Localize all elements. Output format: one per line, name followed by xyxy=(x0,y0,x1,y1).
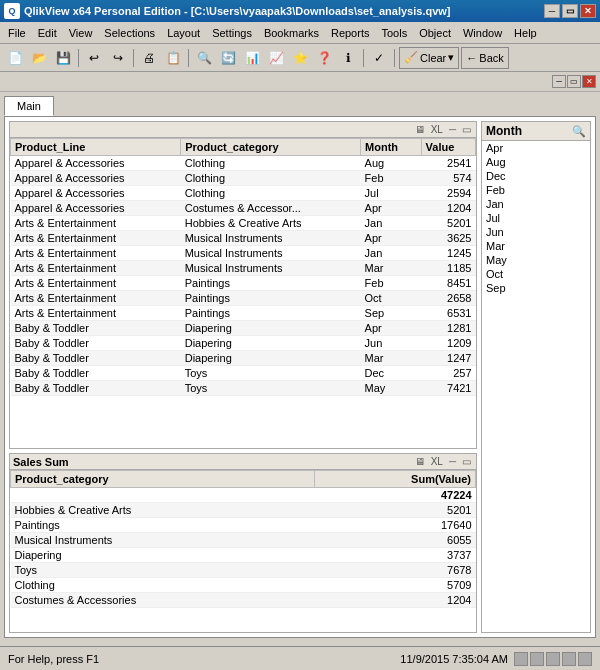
menu-reports[interactable]: Reports xyxy=(325,25,376,41)
table-maximize-icon[interactable]: ▭ xyxy=(460,123,473,136)
table-xl-label[interactable]: XL xyxy=(429,123,445,136)
sales-maximize-icon[interactable]: ▭ xyxy=(460,455,473,468)
restore-button[interactable]: ▭ xyxy=(562,4,578,18)
undo-button[interactable]: ↩ xyxy=(83,47,105,69)
table-cell: Diapering xyxy=(181,351,361,366)
seg5 xyxy=(578,652,592,666)
month-item[interactable]: Dec xyxy=(482,169,590,183)
table-cell: 1185 xyxy=(421,261,475,276)
table-cell: 1281 xyxy=(421,321,475,336)
sales-col-category[interactable]: Product_category xyxy=(11,471,315,488)
month-item[interactable]: Apr xyxy=(482,141,590,155)
table-row: Arts & EntertainmentHobbies & Creative A… xyxy=(11,216,476,231)
sales-col-sum[interactable]: Sum(Value) xyxy=(314,471,475,488)
sales-title: Sales Sum xyxy=(13,456,411,468)
sub-toolbar: ─ ▭ ✕ xyxy=(0,72,600,92)
month-item[interactable]: Jan xyxy=(482,197,590,211)
sales-table-cell: 3737 xyxy=(314,548,475,563)
info-button[interactable]: ℹ xyxy=(337,47,359,69)
clear-label: Clear xyxy=(420,52,446,64)
sep2 xyxy=(133,49,134,67)
sales-table-cell: Costumes & Accessories xyxy=(11,593,315,608)
table-row: Baby & ToddlerDiaperingJun1209 xyxy=(11,336,476,351)
menu-view[interactable]: View xyxy=(63,25,99,41)
month-item[interactable]: Mar xyxy=(482,239,590,253)
menu-settings[interactable]: Settings xyxy=(206,25,258,41)
save-button[interactable]: 💾 xyxy=(52,47,74,69)
month-search-icon[interactable]: 🔍 xyxy=(572,125,586,138)
table-cell: 3625 xyxy=(421,231,475,246)
col-month[interactable]: Month xyxy=(361,139,422,156)
bar-button[interactable]: 📈 xyxy=(265,47,287,69)
minimize-button[interactable]: ─ xyxy=(544,4,560,18)
table-cell: Paintings xyxy=(181,276,361,291)
total-label xyxy=(11,488,315,503)
table-cell: Baby & Toddler xyxy=(11,381,181,396)
search-button[interactable]: 🔍 xyxy=(193,47,215,69)
title-bar: Q QlikView x64 Personal Edition - [C:\Us… xyxy=(0,0,600,22)
menu-selections[interactable]: Selections xyxy=(98,25,161,41)
month-item[interactable]: Feb xyxy=(482,183,590,197)
inner-minimize-btn[interactable]: ─ xyxy=(552,75,566,88)
table-cell: Diapering xyxy=(181,321,361,336)
check-button[interactable]: ✓ xyxy=(368,47,390,69)
eraser-icon: 🧹 xyxy=(404,51,418,64)
clear-button[interactable]: 🧹 Clear ▾ xyxy=(399,47,459,69)
redo-button[interactable]: ↪ xyxy=(107,47,129,69)
back-label: Back xyxy=(479,52,503,64)
open-button[interactable]: 📂 xyxy=(28,47,50,69)
menu-help[interactable]: Help xyxy=(508,25,543,41)
menu-edit[interactable]: Edit xyxy=(32,25,63,41)
status-segments xyxy=(514,652,592,666)
inner-close-btn[interactable]: ✕ xyxy=(582,75,596,88)
chart-button[interactable]: 📊 xyxy=(241,47,263,69)
table-cell: Arts & Entertainment xyxy=(11,216,181,231)
copy-button[interactable]: 📋 xyxy=(162,47,184,69)
table-cell: Apr xyxy=(361,321,422,336)
table-row: Baby & ToddlerToysDec257 xyxy=(11,366,476,381)
menu-window[interactable]: Window xyxy=(457,25,508,41)
sales-table-cell: 5709 xyxy=(314,578,475,593)
menu-layout[interactable]: Layout xyxy=(161,25,206,41)
table-minimize-icon[interactable]: ─ xyxy=(447,123,458,136)
month-item[interactable]: Jul xyxy=(482,211,590,225)
menu-object[interactable]: Object xyxy=(413,25,457,41)
month-item[interactable]: Jun xyxy=(482,225,590,239)
menu-file[interactable]: File xyxy=(2,25,32,41)
sep4 xyxy=(363,49,364,67)
close-button[interactable]: ✕ xyxy=(580,4,596,18)
table-cell: Jul xyxy=(361,186,422,201)
back-button[interactable]: ← Back xyxy=(461,47,508,69)
table-icon-window[interactable]: 🖥 xyxy=(413,123,427,136)
inner-restore-btn[interactable]: ▭ xyxy=(567,75,581,88)
month-item[interactable]: Sep xyxy=(482,281,590,295)
sales-minimize-icon[interactable]: ─ xyxy=(447,455,458,468)
table-cell: 2658 xyxy=(421,291,475,306)
month-item[interactable]: Oct xyxy=(482,267,590,281)
new-button[interactable]: 📄 xyxy=(4,47,26,69)
sales-xl-label[interactable]: XL xyxy=(429,455,445,468)
col-product-category[interactable]: Product_category xyxy=(181,139,361,156)
tab-bar: Main xyxy=(4,96,596,116)
reload-button[interactable]: 🔄 xyxy=(217,47,239,69)
month-item[interactable]: Aug xyxy=(482,155,590,169)
sales-table-cell: Diapering xyxy=(11,548,315,563)
table-row: Arts & EntertainmentPaintingsSep6531 xyxy=(11,306,476,321)
table-row: Arts & EntertainmentMusical InstrumentsJ… xyxy=(11,246,476,261)
month-item[interactable]: May xyxy=(482,253,590,267)
seg2 xyxy=(530,652,544,666)
col-value[interactable]: Value xyxy=(421,139,475,156)
menu-tools[interactable]: Tools xyxy=(375,25,413,41)
menu-bookmarks[interactable]: Bookmarks xyxy=(258,25,325,41)
help-text: For Help, press F1 xyxy=(8,653,99,665)
tab-main[interactable]: Main xyxy=(4,96,54,116)
table-row: Apparel & AccessoriesClothingJul2594 xyxy=(11,186,476,201)
sales-icon-window[interactable]: 🖥 xyxy=(413,455,427,468)
star-button[interactable]: ⭐ xyxy=(289,47,311,69)
col-product-line[interactable]: Product_Line xyxy=(11,139,181,156)
table-cell: Mar xyxy=(361,261,422,276)
table-cell: Arts & Entertainment xyxy=(11,246,181,261)
help-button[interactable]: ❓ xyxy=(313,47,335,69)
window-title: QlikView x64 Personal Edition - [C:\User… xyxy=(24,5,544,17)
print-button[interactable]: 🖨 xyxy=(138,47,160,69)
